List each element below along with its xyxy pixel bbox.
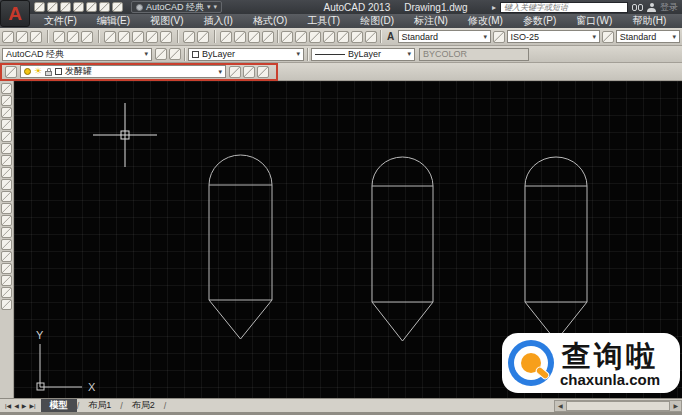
line-icon[interactable] — [1, 83, 12, 94]
layer-dropdown[interactable]: ☀ 发酵罐 — [20, 65, 226, 78]
layer-on-bulb-icon[interactable] — [24, 68, 31, 75]
revision-cloud-icon[interactable] — [1, 167, 12, 178]
new-icon[interactable] — [34, 2, 45, 12]
polygon-icon[interactable] — [1, 119, 12, 130]
make-object-layer-current-icon[interactable] — [229, 66, 241, 78]
point-icon[interactable] — [1, 239, 12, 250]
multiline-text-icon[interactable] — [1, 299, 12, 310]
layer-thaw-sun-icon[interactable]: ☀ — [34, 68, 42, 75]
arc-icon[interactable] — [1, 143, 12, 154]
redo-icon[interactable] — [197, 31, 209, 43]
layer-properties-manager-icon[interactable] — [5, 66, 17, 78]
open-icon[interactable] — [16, 31, 28, 43]
save-as-icon[interactable] — [73, 2, 84, 12]
open-icon[interactable] — [47, 2, 58, 12]
menu-help[interactable]: 帮助(H) — [622, 14, 676, 28]
scrollbar-thumb[interactable] — [566, 401, 671, 411]
hatch-icon[interactable] — [1, 251, 12, 262]
publish-icon[interactable] — [81, 31, 93, 43]
copy-icon[interactable] — [118, 31, 130, 43]
menu-edit[interactable]: 编辑(E) — [87, 14, 140, 28]
insert-block-icon[interactable] — [1, 215, 12, 226]
construction-line-icon[interactable] — [1, 95, 12, 106]
menu-file[interactable]: 文件(F) — [34, 14, 87, 28]
help-search-input[interactable] — [500, 2, 628, 13]
gradient-icon[interactable] — [1, 263, 12, 274]
scroll-right-icon[interactable]: ▶ — [670, 402, 681, 409]
my-workspace-icon[interactable] — [169, 48, 181, 60]
dim-style-icon[interactable] — [493, 31, 505, 43]
table-style-dropdown[interactable]: Standard — [616, 30, 680, 43]
region-icon[interactable] — [1, 275, 12, 286]
quick-calc-icon[interactable] — [351, 31, 363, 43]
menu-modify[interactable]: 修改(M) — [458, 14, 513, 28]
tab-layout2[interactable]: 布局2 — [123, 399, 164, 412]
tool-palettes-icon[interactable] — [309, 31, 321, 43]
circle-icon[interactable] — [1, 155, 12, 166]
text-style-dropdown[interactable]: Standard — [398, 30, 491, 43]
new-icon[interactable] — [2, 31, 14, 43]
rectangle-icon[interactable] — [1, 131, 12, 142]
cut-icon[interactable] — [104, 31, 116, 43]
user-icon[interactable] — [647, 3, 656, 12]
first-tab-icon[interactable]: |◀ — [5, 402, 11, 409]
layer-previous-icon[interactable] — [243, 66, 255, 78]
layer-states-icon[interactable] — [257, 66, 269, 78]
workspace-switcher-dropdown[interactable]: AutoCAD 经典 ▾ ▾ — [131, 1, 222, 13]
sheet-set-manager-icon[interactable] — [323, 31, 335, 43]
markup-set-manager-icon[interactable] — [337, 31, 349, 43]
scroll-left-icon[interactable]: ◀ — [555, 402, 566, 409]
match-properties-icon[interactable] — [160, 31, 172, 43]
ellipse-arc-icon[interactable] — [1, 203, 12, 214]
zoom-realtime-icon[interactable] — [234, 31, 246, 43]
table-icon[interactable] — [1, 287, 12, 298]
save-icon[interactable] — [30, 31, 42, 43]
menu-draw[interactable]: 绘图(D) — [350, 14, 404, 28]
zoom-previous-icon[interactable] — [262, 31, 274, 43]
menu-dimension[interactable]: 标注(N) — [404, 14, 458, 28]
plot-icon[interactable] — [86, 2, 97, 12]
search-expand-icon[interactable]: ▸ — [492, 3, 496, 12]
make-block-icon[interactable] — [1, 227, 12, 238]
properties-icon[interactable] — [281, 31, 293, 43]
paste-icon[interactable] — [132, 31, 144, 43]
menu-format[interactable]: 格式(O) — [243, 14, 297, 28]
menu-view[interactable]: 视图(V) — [140, 14, 193, 28]
sign-in-link[interactable]: 登录 — [660, 1, 678, 14]
tab-layout1[interactable]: 布局1 — [79, 399, 120, 412]
save-icon[interactable] — [60, 2, 71, 12]
pan-icon[interactable] — [220, 31, 232, 43]
dim-style-dropdown[interactable]: ISO-25 — [507, 30, 600, 43]
undo-icon[interactable] — [183, 31, 195, 43]
layer-lock-icon[interactable] — [45, 68, 52, 76]
workspace-dropdown[interactable]: AutoCAD 经典 — [2, 48, 152, 61]
polyline-icon[interactable] — [1, 107, 12, 118]
drawing-canvas[interactable]: YX 查询啦 chaxunla.com — [14, 81, 682, 398]
undo-icon[interactable] — [99, 2, 110, 12]
spline-icon[interactable] — [1, 179, 12, 190]
horizontal-scrollbar[interactable]: ◀ ▶ — [554, 400, 682, 412]
table-style-icon[interactable] — [602, 31, 614, 43]
plot-preview-icon[interactable] — [67, 31, 79, 43]
design-center-icon[interactable] — [295, 31, 307, 43]
redo-icon[interactable] — [112, 2, 123, 12]
help-icon[interactable] — [365, 31, 377, 43]
workspace-settings-icon[interactable] — [155, 48, 167, 60]
ellipse-icon[interactable] — [1, 191, 12, 202]
text-style-icon[interactable]: A — [384, 31, 398, 42]
search-icon[interactable] — [632, 4, 643, 11]
menu-insert[interactable]: 插入(I) — [193, 14, 242, 28]
paste-special-icon[interactable] — [146, 31, 158, 43]
menu-window[interactable]: 窗口(W) — [566, 14, 622, 28]
last-tab-icon[interactable]: ▶| — [29, 402, 35, 409]
prev-tab-icon[interactable]: ◀ — [14, 402, 19, 409]
plot-icon[interactable] — [53, 31, 65, 43]
color-dropdown[interactable]: ByLayer — [188, 48, 304, 61]
menu-parametric[interactable]: 参数(P) — [513, 14, 566, 28]
menu-tools[interactable]: 工具(T) — [297, 14, 350, 28]
autocad-logo-icon[interactable]: A — [0, 0, 30, 27]
next-tab-icon[interactable]: ▶ — [22, 402, 27, 409]
linetype-dropdown[interactable]: ByLayer — [311, 48, 415, 61]
tab-model[interactable]: 模型 — [41, 399, 77, 412]
zoom-window-icon[interactable] — [248, 31, 260, 43]
